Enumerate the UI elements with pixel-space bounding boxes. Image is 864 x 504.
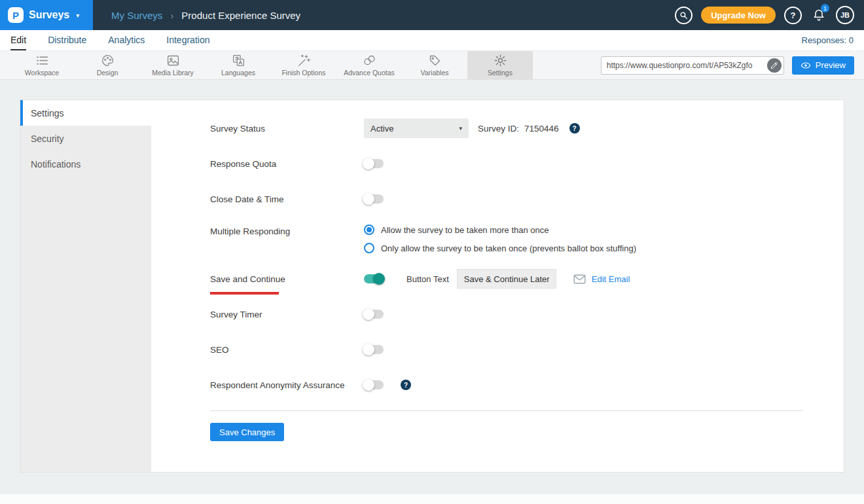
survey-status-dropdown[interactable]: Active ▾ bbox=[364, 118, 469, 138]
settings-content: Survey Status Active ▾ Survey ID: 715044… bbox=[151, 100, 844, 472]
help-button[interactable]: ? bbox=[784, 7, 802, 24]
search-button[interactable] bbox=[675, 7, 693, 24]
button-text-label: Button Text bbox=[406, 274, 449, 284]
edit-email-link[interactable]: Edit Email bbox=[592, 274, 630, 284]
tab-analytics[interactable]: Analytics bbox=[108, 30, 145, 50]
design-icon bbox=[101, 54, 115, 67]
preview-button[interactable]: Preview bbox=[792, 56, 854, 75]
seo-toggle[interactable] bbox=[364, 345, 384, 354]
surveys-product-menu[interactable]: P Surveys ▾ bbox=[0, 0, 93, 30]
toggle-knob bbox=[363, 158, 374, 170]
topbar: P Surveys ▾ My Surveys › Product Experie… bbox=[0, 0, 864, 30]
content-divider bbox=[210, 410, 803, 411]
anonymity-label: Respondent Anonymity Assurance bbox=[210, 380, 364, 390]
radio-option-multiple-allowed[interactable]: Allow the survey to be taken more than o… bbox=[364, 225, 636, 235]
page-bottom-strip bbox=[0, 494, 864, 504]
email-envelope-icon bbox=[573, 274, 586, 284]
sidebar-item-security[interactable]: Security bbox=[20, 126, 151, 151]
radio-option-once-only[interactable]: Only allow the survey to be taken once (… bbox=[364, 243, 636, 253]
save-changes-button[interactable]: Save Changes bbox=[210, 423, 284, 441]
tab-edit[interactable]: Edit bbox=[10, 30, 26, 50]
close-date-time-toggle[interactable] bbox=[364, 194, 384, 204]
topbar-actions: Upgrade Now ? 1 JB bbox=[675, 6, 864, 24]
breadcrumb-separator-icon: › bbox=[170, 10, 173, 21]
survey-timer-toggle[interactable] bbox=[364, 310, 384, 319]
settings-card: Settings Security Notifications Survey S… bbox=[20, 99, 844, 473]
toggle-knob bbox=[363, 193, 374, 205]
red-annotation-underline bbox=[210, 292, 279, 295]
brand-label: Surveys bbox=[29, 9, 69, 21]
toolbar-item-finish-options[interactable]: Finish Options bbox=[271, 51, 336, 79]
toolbar-item-workspace[interactable]: Workspace bbox=[9, 51, 75, 79]
tab-distribute[interactable]: Distribute bbox=[48, 30, 86, 50]
media-library-icon bbox=[166, 54, 180, 67]
row-close-date-time: Close Date & Time bbox=[210, 189, 803, 209]
user-avatar[interactable]: JB bbox=[836, 6, 854, 24]
sidebar-item-notifications[interactable]: Notifications bbox=[20, 151, 151, 177]
edit-url-button[interactable] bbox=[767, 58, 782, 73]
toolbar-item-settings[interactable]: Settings bbox=[467, 51, 533, 79]
page-background: Settings Security Notifications Survey S… bbox=[0, 80, 864, 494]
toggle-knob bbox=[363, 379, 374, 391]
save-and-continue-toggle[interactable] bbox=[364, 274, 384, 283]
survey-id-value: 7150446 bbox=[524, 124, 559, 134]
anonymity-toggle[interactable] bbox=[364, 380, 384, 389]
toolbar-item-label: Settings bbox=[488, 69, 513, 77]
survey-status-label: Survey Status bbox=[210, 124, 364, 134]
response-quota-toggle[interactable] bbox=[364, 159, 384, 168]
languages-icon bbox=[232, 54, 245, 67]
advance-quotas-icon bbox=[363, 54, 376, 67]
close-date-time-label: Close Date & Time bbox=[210, 194, 364, 204]
survey-id-help-icon[interactable]: ? bbox=[569, 123, 580, 134]
radio-button-icon[interactable] bbox=[364, 243, 374, 253]
responses-count: Responses: 0 bbox=[802, 30, 854, 50]
row-anonymity: Respondent Anonymity Assurance ? bbox=[210, 375, 803, 395]
survey-url-box bbox=[601, 56, 784, 75]
search-icon bbox=[679, 11, 688, 20]
toolbar-item-label: Finish Options bbox=[281, 69, 325, 77]
toolbar-item-variables[interactable]: Variables bbox=[402, 51, 467, 79]
caret-down-icon: ▾ bbox=[76, 12, 79, 19]
notification-badge: 1 bbox=[821, 4, 829, 12]
row-response-quota: Response Quota bbox=[210, 154, 803, 173]
multiple-responding-options: Allow the survey to be taken more than o… bbox=[364, 225, 636, 253]
row-seo: SEO bbox=[210, 340, 803, 359]
toolbar-item-label: Variables bbox=[421, 69, 449, 77]
toolbar-right: Preview bbox=[601, 51, 864, 79]
breadcrumb-current-survey: Product Experience Survey bbox=[181, 10, 300, 21]
notifications-button[interactable]: 1 bbox=[810, 7, 827, 24]
toggle-knob bbox=[363, 344, 374, 355]
workspace-icon bbox=[35, 54, 49, 67]
toolbar-item-label: Design bbox=[97, 69, 118, 77]
toggle-knob bbox=[373, 273, 385, 285]
multiple-responding-label: Multiple Responding bbox=[210, 225, 364, 236]
toolbar-item-advance-quotas[interactable]: Advance Quotas bbox=[336, 51, 402, 79]
button-text-input[interactable] bbox=[457, 269, 556, 289]
radio-button-icon[interactable] bbox=[364, 225, 374, 235]
tab-integration[interactable]: Integration bbox=[166, 30, 209, 50]
caret-down-icon: ▾ bbox=[459, 125, 462, 132]
toolbar-item-design[interactable]: Design bbox=[75, 51, 140, 79]
radio-option-label[interactable]: Only allow the survey to be taken once (… bbox=[381, 243, 636, 253]
survey-id-label: Survey ID: bbox=[478, 124, 519, 134]
toolbar-item-languages[interactable]: Languages bbox=[206, 51, 271, 79]
toolbar-item-label: Workspace bbox=[25, 69, 59, 77]
sidebar-item-settings[interactable]: Settings bbox=[20, 100, 151, 126]
toolbar-item-media-library[interactable]: Media Library bbox=[140, 51, 206, 79]
edit-toolbar: Workspace Design Media Library Languages… bbox=[0, 51, 864, 80]
row-save-and-continue: Save and Continue Button Text Edit Email bbox=[210, 269, 803, 289]
breadcrumb: My Surveys › Product Experience Survey bbox=[111, 10, 300, 21]
row-survey-timer: Survey Timer bbox=[210, 304, 803, 324]
settings-sidebar: Settings Security Notifications bbox=[20, 100, 151, 472]
breadcrumb-my-surveys[interactable]: My Surveys bbox=[111, 10, 162, 21]
main-nav-tabs: Edit Distribute Analytics Integration Re… bbox=[0, 30, 864, 51]
toggle-knob bbox=[363, 308, 374, 320]
survey-url-input[interactable] bbox=[602, 61, 767, 70]
finish-options-icon bbox=[297, 54, 311, 67]
radio-option-label[interactable]: Allow the survey to be taken more than o… bbox=[381, 225, 549, 235]
preview-label: Preview bbox=[816, 60, 846, 70]
toolbar-item-label: Languages bbox=[221, 69, 255, 77]
upgrade-now-button[interactable]: Upgrade Now bbox=[701, 7, 776, 24]
anonymity-help-icon[interactable]: ? bbox=[401, 380, 411, 390]
eye-icon bbox=[801, 60, 811, 71]
